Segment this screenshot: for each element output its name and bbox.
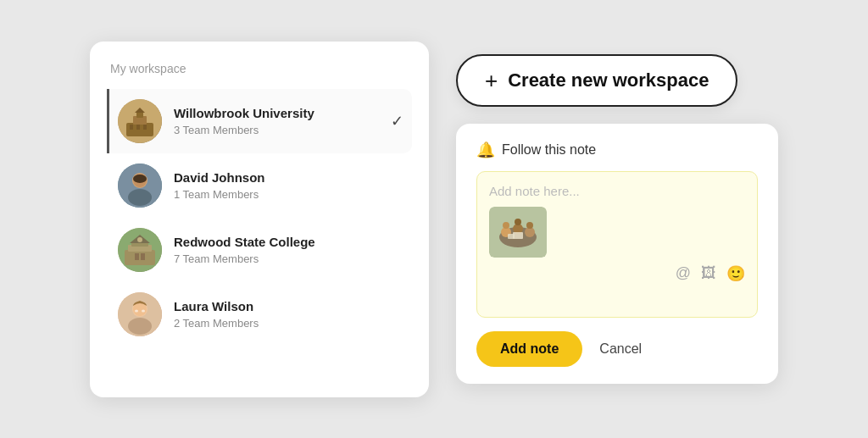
create-workspace-label: Create new workspace: [508, 69, 709, 91]
workspace-name-willowbrook: Willowbrook University: [174, 105, 391, 122]
right-panel: + Create new workspace 🔔 Follow this not…: [456, 54, 778, 384]
svg-point-20: [137, 237, 142, 242]
note-textarea-area[interactable]: Add note here...: [476, 171, 758, 318]
plus-icon: +: [485, 69, 498, 91]
workspace-info-david: David Johnson 1 Team Members: [174, 169, 403, 201]
note-panel: 🔔 Follow this note Add note here...: [456, 124, 778, 384]
workspace-item-redwood[interactable]: Redwood State College 7 Team Members: [107, 218, 412, 282]
workspace-panel: My workspace Willowbrook University 3 Te…: [90, 42, 429, 397]
workspace-members-david: 1 Team Members: [174, 188, 403, 201]
svg-point-10: [128, 189, 152, 206]
svg-point-23: [128, 318, 152, 335]
at-icon[interactable]: @: [676, 264, 691, 283]
bell-icon: 🔔: [476, 141, 495, 159]
workspace-info-willowbrook: Willowbrook University 3 Team Members: [174, 105, 391, 136]
svg-rect-6: [143, 125, 147, 130]
avatar-willowbrook: [118, 99, 162, 143]
image-icon[interactable]: 🖼: [701, 264, 716, 283]
svg-rect-14: [125, 250, 155, 265]
svg-point-30: [503, 222, 509, 229]
note-actions: Add note Cancel: [476, 331, 758, 367]
workspace-info-redwood: Redwood State College 7 Team Members: [174, 234, 403, 265]
workspace-members-willowbrook: 3 Team Members: [174, 124, 391, 136]
svg-rect-5: [136, 125, 140, 130]
note-toolbar: @ 🖼 🙂: [489, 264, 745, 283]
workspace-members-laura: 2 Team Members: [174, 317, 403, 330]
follow-header: 🔔 Follow this note: [476, 141, 758, 159]
svg-point-25: [135, 309, 138, 312]
workspace-members-redwood: 7 Team Members: [174, 252, 403, 265]
workspace-list: Willowbrook University 3 Team Members ✓ …: [107, 89, 412, 347]
svg-point-12: [133, 175, 147, 183]
svg-rect-19: [141, 253, 145, 260]
avatar-redwood: [118, 228, 162, 272]
cancel-button[interactable]: Cancel: [599, 341, 642, 357]
workspace-info-laura: Laura Wilson 2 Team Members: [174, 298, 403, 330]
workspace-item-laura[interactable]: Laura Wilson 2 Team Members: [107, 282, 412, 347]
workspace-item-david[interactable]: David Johnson 1 Team Members: [107, 153, 412, 218]
workspace-name-laura: Laura Wilson: [174, 298, 403, 315]
workspace-item-willowbrook[interactable]: Willowbrook University 3 Team Members ✓: [107, 89, 412, 153]
svg-rect-36: [508, 234, 515, 239]
workspace-name-david: David Johnson: [174, 169, 403, 186]
workspace-name-redwood: Redwood State College: [174, 234, 403, 251]
avatar-laura: [118, 292, 162, 336]
emoji-icon[interactable]: 🙂: [726, 264, 745, 283]
create-workspace-button[interactable]: + Create new workspace: [456, 54, 737, 107]
avatar-david: [118, 164, 162, 208]
svg-point-32: [515, 219, 521, 225]
svg-rect-4: [130, 125, 133, 130]
check-icon: ✓: [391, 112, 403, 130]
svg-point-34: [526, 222, 533, 229]
svg-rect-18: [135, 253, 139, 260]
svg-point-26: [142, 309, 145, 312]
follow-header-text: Follow this note: [502, 142, 596, 158]
note-image-thumb: [489, 207, 547, 258]
add-note-button[interactable]: Add note: [476, 331, 582, 367]
note-placeholder: Add note here...: [489, 184, 745, 198]
panel-title: My workspace: [107, 62, 412, 75]
